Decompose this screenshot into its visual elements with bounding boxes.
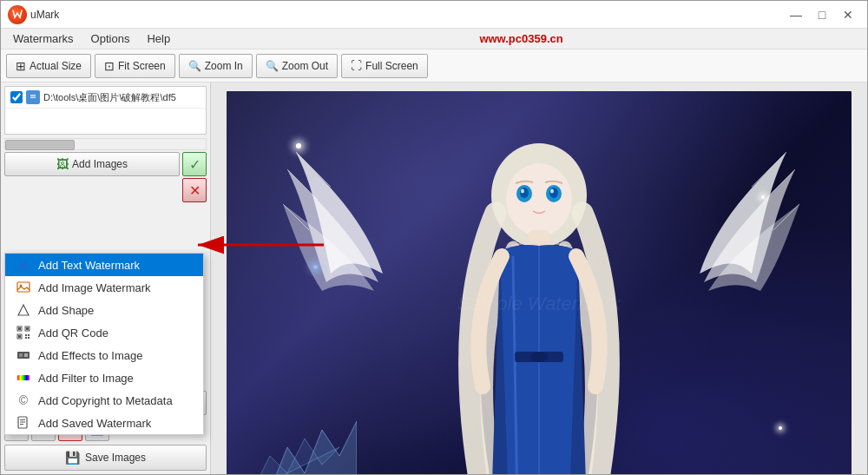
svg-point-33	[549, 188, 558, 198]
svg-point-38	[530, 352, 548, 362]
svg-rect-2	[30, 97, 36, 99]
app-icon	[8, 5, 27, 24]
zoom-out-button[interactable]: 🔍 Zoom Out	[256, 54, 338, 78]
svg-point-35	[550, 189, 554, 194]
svg-rect-9	[26, 327, 29, 330]
cancel-button[interactable]: ✕	[182, 178, 207, 202]
svg-rect-14	[25, 337, 27, 339]
maximize-button[interactable]: □	[810, 5, 834, 24]
close-button[interactable]: ✕	[836, 5, 860, 24]
svg-rect-18	[24, 353, 28, 357]
svg-point-29	[506, 163, 572, 236]
file-icon	[26, 90, 40, 104]
qr-code-icon	[16, 325, 31, 340]
svg-rect-19	[17, 375, 30, 380]
svg-marker-39	[270, 421, 357, 474]
svg-point-34	[521, 189, 524, 194]
dropdown-add-shape[interactable]: Add Shape	[5, 299, 203, 321]
panel-buttons-row2: ✕	[1, 178, 210, 204]
menu-help[interactable]: Help	[138, 30, 179, 49]
file-list[interactable]: D:\tools\桌面\图片\破解教程\df5	[4, 86, 207, 135]
main-content: D:\tools\桌面\图片\破解教程\df5 🖼 Add Images ✓ ✕	[1, 82, 867, 474]
svg-rect-3	[17, 282, 30, 292]
copyright-icon: ©	[16, 393, 31, 408]
add-images-button[interactable]: 🖼 Add Images	[4, 152, 180, 176]
dropdown-add-qr-code[interactable]: Add QR Code	[5, 321, 203, 344]
svg-point-32	[520, 188, 529, 198]
full-screen-button[interactable]: ⛶ Full Screen	[341, 54, 428, 78]
dropdown-menu: A Add Text Watermark Add Image Watermark	[4, 253, 204, 435]
preview-image: Sample Watermark	[227, 91, 852, 474]
effects-icon	[16, 347, 31, 363]
dropdown-add-saved[interactable]: Add Saved Watermark	[5, 412, 203, 434]
menu-options[interactable]: Options	[82, 30, 139, 49]
full-screen-icon: ⛶	[351, 59, 362, 72]
actual-size-icon: ⊞	[16, 59, 26, 73]
app-window: uMark — □ ✕ Watermarks Options Help www.…	[0, 0, 868, 475]
check-button[interactable]: ✓	[182, 152, 207, 176]
zoom-in-icon: 🔍	[188, 60, 201, 72]
svg-rect-15	[28, 337, 30, 339]
saved-watermark-icon	[16, 415, 31, 431]
scrollbar-thumb[interactable]	[5, 140, 75, 150]
shape-icon	[16, 302, 31, 318]
svg-marker-5	[18, 305, 29, 315]
text-watermark-icon: A	[16, 257, 31, 273]
title-bar: uMark — □ ✕	[1, 1, 867, 29]
save-images-icon: 💾	[65, 451, 80, 465]
file-checkbox[interactable]	[10, 91, 23, 103]
window-controls: — □ ✕	[784, 5, 860, 24]
zoom-in-button[interactable]: 🔍 Zoom In	[179, 54, 253, 78]
svg-rect-23	[20, 424, 23, 425]
fit-screen-icon: ⊡	[104, 59, 115, 73]
svg-rect-1	[30, 95, 36, 96]
app-logo: uMark	[8, 5, 59, 24]
image-watermark-icon	[16, 280, 31, 295]
svg-rect-17	[19, 353, 23, 357]
actual-size-button[interactable]: ⊞ Actual Size	[6, 54, 91, 78]
menu-bar: Watermarks Options Help www.pc0359.cn	[1, 29, 867, 49]
watermark-site: www.pc0359.cn	[479, 32, 562, 45]
filter-icon	[16, 370, 31, 386]
svg-rect-7	[18, 327, 21, 330]
file-path: D:\tools\桌面\图片\破解教程\df5	[43, 91, 176, 104]
save-images-button[interactable]: 💾 Save Images	[4, 445, 207, 471]
dropdown-add-copyright[interactable]: © Add Copyright to Metadata	[5, 389, 203, 412]
panel-buttons-row1: 🖼 Add Images ✓	[1, 152, 210, 178]
minimize-button[interactable]: —	[784, 5, 808, 24]
svg-rect-13	[28, 334, 30, 336]
image-area: Sample Watermark	[211, 82, 867, 474]
add-images-icon: 🖼	[56, 157, 69, 171]
dropdown-add-effects[interactable]: Add Effects to Image	[5, 344, 203, 366]
app-title: uMark	[30, 9, 59, 21]
svg-rect-11	[18, 335, 21, 338]
left-panel: D:\tools\桌面\图片\破解教程\df5 🖼 Add Images ✓ ✕	[1, 82, 211, 474]
svg-rect-12	[25, 334, 27, 336]
svg-rect-22	[20, 422, 25, 423]
dropdown-add-filter[interactable]: Add Filter to Image	[5, 366, 203, 389]
dropdown-add-image-watermark[interactable]: Add Image Watermark	[5, 276, 203, 299]
menu-watermarks[interactable]: Watermarks	[4, 30, 82, 49]
fit-screen-button[interactable]: ⊡ Fit Screen	[95, 54, 175, 78]
toolbar: ⊞ Actual Size ⊡ Fit Screen 🔍 Zoom In 🔍 Z…	[1, 49, 867, 82]
list-item[interactable]: D:\tools\桌面\图片\破解教程\df5	[5, 87, 206, 109]
horizontal-scrollbar[interactable]	[4, 138, 207, 150]
dropdown-add-text-watermark[interactable]: A Add Text Watermark	[5, 254, 203, 276]
zoom-out-icon: 🔍	[266, 60, 279, 72]
svg-rect-21	[20, 419, 25, 420]
